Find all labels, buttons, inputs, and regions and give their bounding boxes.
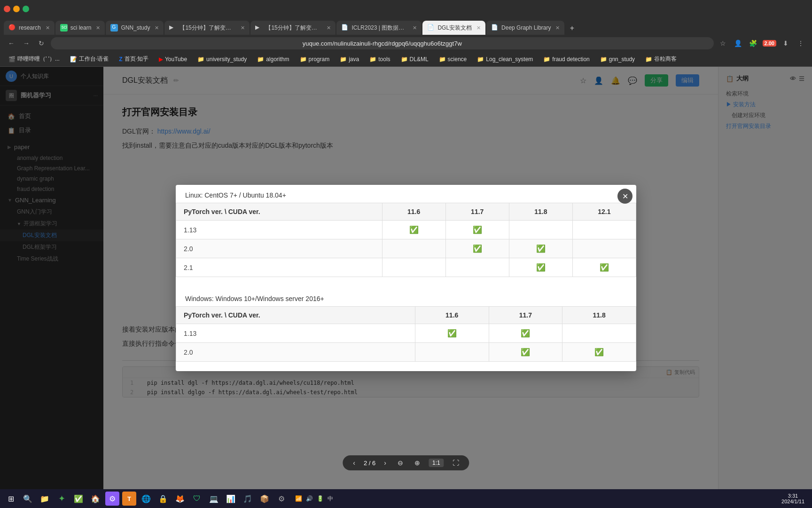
taskbar-monitor[interactable]: 📊	[224, 492, 238, 506]
taskbar-music[interactable]: 🎵	[241, 492, 255, 506]
bookmark-youtube[interactable]: ▶ YouTube	[155, 55, 191, 64]
minimize-button[interactable]	[13, 6, 20, 12]
bookmark-yuque[interactable]: 📝 工作台·语雀	[66, 54, 112, 64]
modal-close-button[interactable]: ✕	[617, 189, 632, 204]
tab-close-icon[interactable]: ✕	[46, 25, 50, 31]
tab-dgl[interactable]: 📄 DGL安装文档 ✕	[422, 21, 485, 35]
start-button[interactable]: ⊞	[4, 492, 18, 506]
bookmark-java[interactable]: 📁 java	[336, 55, 363, 64]
downloads-button[interactable]: ⬇	[780, 40, 791, 47]
taskbar-text[interactable]: T	[122, 492, 136, 506]
zoom-in-button[interactable]: ⊕	[412, 458, 423, 468]
tab-scilearn[interactable]: sci sci learn ✕	[55, 21, 105, 35]
taskbar-chrome[interactable]: 🌐	[139, 492, 153, 506]
bookmark-science[interactable]: 📁 science	[435, 55, 471, 64]
menu-button[interactable]: ⋮	[795, 40, 806, 47]
tab-close-icon[interactable]: ✕	[155, 25, 159, 31]
section-gap	[176, 279, 636, 288]
extension-badge: 2.00	[763, 40, 776, 47]
bilibili-icon: 🎬	[8, 56, 16, 63]
forward-button[interactable]: →	[21, 40, 32, 47]
tab-deepgraph[interactable]: 📄 Deep Graph Library ✕	[486, 21, 564, 35]
bookmark-logclean[interactable]: 📁 Log_clean_system	[473, 55, 537, 64]
check-icon: ✅	[600, 263, 609, 271]
prev-page-button[interactable]: ‹	[350, 458, 358, 468]
tab-video2[interactable]: ▶ 【15分钟】了解变分推理 哔哔... ✕	[250, 21, 336, 35]
bookmark-label: YouTube	[165, 56, 187, 63]
taskbar-clock[interactable]: 3:31 2024/1/11	[778, 493, 808, 504]
taskbar-package[interactable]: 📦	[258, 492, 272, 506]
maximize-button[interactable]	[23, 6, 29, 12]
tab-research[interactable]: 🔴 research ✕	[4, 21, 55, 35]
tab-close-icon[interactable]: ✕	[241, 25, 245, 31]
sound-icon[interactable]: 🔊	[306, 495, 313, 502]
tab-iclr[interactable]: 📄 ICLR2023 | 图数据分布外检测... ✕	[336, 21, 422, 35]
tab-close-icon[interactable]: ✕	[413, 25, 417, 31]
lang-icon[interactable]: 中	[328, 495, 333, 503]
taskbar-browser2[interactable]: 🦊	[173, 492, 187, 506]
tab-favicon: 📄	[427, 24, 435, 32]
next-page-button[interactable]: ›	[381, 458, 389, 468]
cuda117-empty	[445, 258, 509, 277]
bookmark-algorithm[interactable]: 📁 algorithm	[253, 55, 293, 64]
table-row: 2.0 ✅ ✅	[176, 343, 636, 362]
taskbar-check[interactable]: ✅	[71, 492, 86, 506]
tab-gnnstudy[interactable]: G GNN_study ✕	[106, 21, 164, 35]
taskbar-xbox[interactable]: ✦	[55, 492, 69, 506]
taskbar-gear[interactable]: ⚙	[274, 492, 289, 506]
tab-video1[interactable]: ▶ 【15分钟】了解变分自编码器 ✕	[164, 21, 250, 35]
taskbar-terminal[interactable]: 💻	[207, 492, 221, 506]
bookmark-tools[interactable]: 📁 tools	[366, 55, 394, 64]
taskbar-shield[interactable]: 🛡	[190, 492, 204, 506]
zoom-out-button[interactable]: ⊖	[395, 458, 406, 468]
tab-label: Deep Graph Library	[501, 24, 551, 31]
check-icon: ✅	[473, 226, 482, 234]
bookmark-button[interactable]: ☆	[718, 40, 729, 47]
folder-icon: 📁	[300, 56, 307, 63]
address-input[interactable]	[51, 37, 714, 49]
back-button[interactable]: ←	[6, 40, 17, 47]
bookmark-dlml[interactable]: 📁 DL&ML	[397, 55, 432, 64]
cuda116-empty	[415, 343, 489, 362]
tab-close-icon[interactable]: ✕	[96, 25, 100, 31]
cuda116-check: ✅	[415, 324, 489, 343]
bookmark-bilibili[interactable]: 🎬 哔哩哔哩（' '）...	[5, 54, 63, 64]
check-icon: ✅	[594, 348, 604, 356]
bookmark-fraud[interactable]: 📁 fraud detection	[539, 55, 593, 64]
expand-button[interactable]: ⛶	[450, 458, 462, 468]
tab-favicon: G	[110, 24, 118, 32]
cuda121-empty	[572, 221, 636, 239]
check-icon: ✅	[536, 263, 546, 271]
cuda117-check: ✅	[489, 324, 562, 343]
taskbar-files[interactable]: 📁	[38, 492, 52, 506]
tab-close-icon[interactable]: ✕	[327, 25, 331, 31]
folder-icon: 📁	[439, 56, 446, 63]
tab-close-icon[interactable]: ✕	[476, 25, 481, 31]
taskbar-tool[interactable]: ⚙	[105, 492, 119, 506]
bookmark-zhihu[interactable]: Z 首页·知乎	[115, 54, 152, 64]
close-button[interactable]	[4, 6, 10, 12]
tab-label: sci learn	[70, 24, 92, 31]
extensions-button[interactable]: 🧩	[748, 40, 759, 47]
bookmark-program[interactable]: 📁 program	[296, 55, 334, 64]
taskbar-lock[interactable]: 🔒	[156, 492, 170, 506]
tab-favicon: 🔴	[8, 24, 16, 32]
taskbar-home[interactable]: 🏠	[88, 492, 102, 506]
network-icon[interactable]: 📶	[295, 495, 302, 502]
bookmark-gnn[interactable]: 📁 gnn_study	[596, 55, 639, 64]
reload-button[interactable]: ↻	[36, 40, 47, 47]
tab-close-icon[interactable]: ✕	[555, 25, 560, 31]
pytorch-version: 2.0	[176, 239, 383, 258]
new-tab-button[interactable]: +	[565, 22, 578, 35]
tab-favicon: ▶	[169, 24, 177, 32]
tab-label: 【15分钟】了解变分自编码器	[180, 24, 236, 32]
bookmark-label: 首页·知乎	[125, 55, 148, 63]
current-page: 2	[364, 460, 367, 467]
table-header-cuda117: 11.7	[489, 307, 562, 324]
taskbar-search[interactable]: 🔍	[21, 492, 35, 506]
profile-icon[interactable]: 👤	[733, 40, 744, 47]
battery-icon[interactable]: 🔋	[317, 495, 324, 502]
bookmark-guli[interactable]: 📁 谷粒商客	[641, 54, 680, 64]
bookmark-university[interactable]: 📁 university_study	[194, 55, 250, 64]
bookmark-label: Log_clean_system	[486, 56, 533, 63]
